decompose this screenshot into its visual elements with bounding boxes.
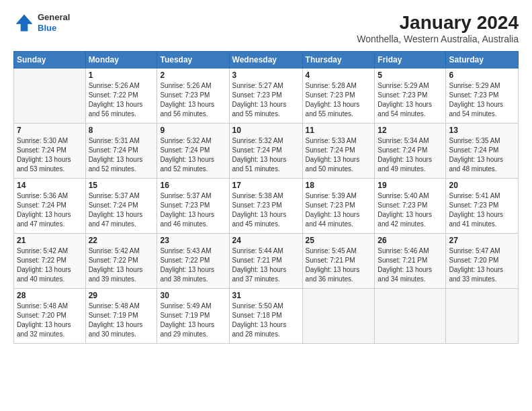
table-row: 10Sunrise: 5:32 AMSunset: 7:24 PMDayligh… xyxy=(229,124,302,179)
table-row: 9Sunrise: 5:32 AMSunset: 7:24 PMDaylight… xyxy=(157,124,229,179)
table-row: 23Sunrise: 5:43 AMSunset: 7:22 PMDayligh… xyxy=(157,234,229,289)
calendar-week-row: 1Sunrise: 5:26 AMSunset: 7:22 PMDaylight… xyxy=(14,68,519,124)
day-number: 10 xyxy=(232,126,300,135)
day-info: Sunrise: 5:43 AMSunset: 7:22 PMDaylight:… xyxy=(160,246,226,284)
col-sunday: Sunday xyxy=(14,52,86,68)
table-row: 4Sunrise: 5:28 AMSunset: 7:23 PMDaylight… xyxy=(302,68,375,124)
day-number: 18 xyxy=(306,181,372,190)
table-row: 17Sunrise: 5:38 AMSunset: 7:23 PMDayligh… xyxy=(229,179,302,234)
day-info: Sunrise: 5:29 AMSunset: 7:23 PMDaylight:… xyxy=(378,81,443,119)
table-row: 8Sunrise: 5:31 AMSunset: 7:24 PMDaylight… xyxy=(85,124,157,179)
table-row: 6Sunrise: 5:29 AMSunset: 7:23 PMDaylight… xyxy=(446,68,519,124)
day-number: 31 xyxy=(232,291,300,300)
day-number: 6 xyxy=(449,71,515,80)
day-number: 15 xyxy=(89,181,154,190)
svg-marker-0 xyxy=(16,15,33,32)
calendar-table: Sunday Monday Tuesday Wednesday Thursday… xyxy=(13,51,519,344)
day-info: Sunrise: 5:49 AMSunset: 7:19 PMDaylight:… xyxy=(160,302,226,339)
logo-text: General Blue xyxy=(38,12,70,33)
table-row: 31Sunrise: 5:50 AMSunset: 7:18 PMDayligh… xyxy=(229,289,302,344)
day-number: 19 xyxy=(378,181,443,190)
day-info: Sunrise: 5:34 AMSunset: 7:24 PMDaylight:… xyxy=(378,136,443,174)
table-row xyxy=(446,289,519,344)
table-row: 20Sunrise: 5:41 AMSunset: 7:23 PMDayligh… xyxy=(446,179,519,234)
calendar-title: January 2024 xyxy=(357,12,519,34)
table-row: 7Sunrise: 5:30 AMSunset: 7:24 PMDaylight… xyxy=(14,124,86,179)
table-row xyxy=(375,289,446,344)
table-row: 21Sunrise: 5:42 AMSunset: 7:22 PMDayligh… xyxy=(14,234,86,289)
day-number: 12 xyxy=(378,126,443,135)
day-number: 1 xyxy=(89,71,154,80)
day-number: 11 xyxy=(306,126,372,135)
day-info: Sunrise: 5:33 AMSunset: 7:24 PMDaylight:… xyxy=(306,136,372,174)
title-block: January 2024 Wonthella, Western Australi… xyxy=(357,12,519,44)
day-info: Sunrise: 5:37 AMSunset: 7:24 PMDaylight:… xyxy=(89,191,154,229)
day-number: 13 xyxy=(449,126,515,135)
calendar-subtitle: Wonthella, Western Australia, Australia xyxy=(357,34,519,44)
day-number: 17 xyxy=(232,181,300,190)
calendar-header-row: Sunday Monday Tuesday Wednesday Thursday… xyxy=(14,52,519,68)
day-info: Sunrise: 5:36 AMSunset: 7:24 PMDaylight:… xyxy=(17,191,83,229)
table-row: 16Sunrise: 5:37 AMSunset: 7:23 PMDayligh… xyxy=(157,179,229,234)
day-number: 7 xyxy=(17,126,83,135)
col-tuesday: Tuesday xyxy=(157,52,229,68)
logo: General Blue xyxy=(13,12,70,34)
day-number: 9 xyxy=(160,126,226,135)
table-row: 12Sunrise: 5:34 AMSunset: 7:24 PMDayligh… xyxy=(375,124,446,179)
table-row: 5Sunrise: 5:29 AMSunset: 7:23 PMDaylight… xyxy=(375,68,446,124)
day-number: 14 xyxy=(17,181,83,190)
day-info: Sunrise: 5:32 AMSunset: 7:24 PMDaylight:… xyxy=(160,136,226,174)
page: General Blue January 2024 Wonthella, Wes… xyxy=(0,0,532,411)
table-row: 28Sunrise: 5:48 AMSunset: 7:20 PMDayligh… xyxy=(14,289,86,344)
day-info: Sunrise: 5:40 AMSunset: 7:23 PMDaylight:… xyxy=(378,191,443,229)
table-row xyxy=(14,68,86,124)
table-row: 26Sunrise: 5:46 AMSunset: 7:21 PMDayligh… xyxy=(375,234,446,289)
table-row: 13Sunrise: 5:35 AMSunset: 7:24 PMDayligh… xyxy=(446,124,519,179)
logo-icon xyxy=(13,12,35,34)
col-saturday: Saturday xyxy=(446,52,519,68)
col-wednesday: Wednesday xyxy=(229,52,302,68)
col-friday: Friday xyxy=(375,52,446,68)
day-number: 4 xyxy=(306,71,372,80)
day-info: Sunrise: 5:48 AMSunset: 7:20 PMDaylight:… xyxy=(17,302,83,339)
day-number: 28 xyxy=(17,291,83,300)
day-info: Sunrise: 5:26 AMSunset: 7:23 PMDaylight:… xyxy=(160,81,226,119)
day-number: 24 xyxy=(232,236,300,245)
day-info: Sunrise: 5:26 AMSunset: 7:22 PMDaylight:… xyxy=(89,81,154,119)
day-info: Sunrise: 5:32 AMSunset: 7:24 PMDaylight:… xyxy=(232,136,300,174)
day-number: 23 xyxy=(160,236,226,245)
day-info: Sunrise: 5:31 AMSunset: 7:24 PMDaylight:… xyxy=(89,136,154,174)
calendar-week-row: 14Sunrise: 5:36 AMSunset: 7:24 PMDayligh… xyxy=(14,179,519,234)
day-number: 2 xyxy=(160,71,226,80)
day-number: 5 xyxy=(378,71,443,80)
col-monday: Monday xyxy=(85,52,157,68)
day-number: 27 xyxy=(449,236,515,245)
calendar-week-row: 7Sunrise: 5:30 AMSunset: 7:24 PMDaylight… xyxy=(14,124,519,179)
day-info: Sunrise: 5:46 AMSunset: 7:21 PMDaylight:… xyxy=(378,246,443,284)
day-number: 21 xyxy=(17,236,83,245)
table-row: 25Sunrise: 5:45 AMSunset: 7:21 PMDayligh… xyxy=(302,234,375,289)
day-info: Sunrise: 5:30 AMSunset: 7:24 PMDaylight:… xyxy=(17,136,83,174)
day-info: Sunrise: 5:50 AMSunset: 7:18 PMDaylight:… xyxy=(232,302,300,339)
calendar-week-row: 21Sunrise: 5:42 AMSunset: 7:22 PMDayligh… xyxy=(14,234,519,289)
day-number: 30 xyxy=(160,291,226,300)
day-info: Sunrise: 5:35 AMSunset: 7:24 PMDaylight:… xyxy=(449,136,515,174)
table-row: 30Sunrise: 5:49 AMSunset: 7:19 PMDayligh… xyxy=(157,289,229,344)
day-number: 26 xyxy=(378,236,443,245)
logo-blue: Blue xyxy=(38,23,70,34)
day-info: Sunrise: 5:42 AMSunset: 7:22 PMDaylight:… xyxy=(89,246,154,284)
day-info: Sunrise: 5:47 AMSunset: 7:20 PMDaylight:… xyxy=(449,246,515,284)
day-info: Sunrise: 5:38 AMSunset: 7:23 PMDaylight:… xyxy=(232,191,300,229)
table-row: 19Sunrise: 5:40 AMSunset: 7:23 PMDayligh… xyxy=(375,179,446,234)
day-info: Sunrise: 5:44 AMSunset: 7:21 PMDaylight:… xyxy=(232,246,300,284)
table-row: 14Sunrise: 5:36 AMSunset: 7:24 PMDayligh… xyxy=(14,179,86,234)
table-row: 11Sunrise: 5:33 AMSunset: 7:24 PMDayligh… xyxy=(302,124,375,179)
day-info: Sunrise: 5:29 AMSunset: 7:23 PMDaylight:… xyxy=(449,81,515,119)
day-info: Sunrise: 5:45 AMSunset: 7:21 PMDaylight:… xyxy=(306,246,372,284)
day-info: Sunrise: 5:41 AMSunset: 7:23 PMDaylight:… xyxy=(449,191,515,229)
table-row: 29Sunrise: 5:48 AMSunset: 7:19 PMDayligh… xyxy=(85,289,157,344)
day-info: Sunrise: 5:28 AMSunset: 7:23 PMDaylight:… xyxy=(306,81,372,119)
day-number: 8 xyxy=(89,126,154,135)
table-row: 22Sunrise: 5:42 AMSunset: 7:22 PMDayligh… xyxy=(85,234,157,289)
logo-general: General xyxy=(38,12,70,23)
